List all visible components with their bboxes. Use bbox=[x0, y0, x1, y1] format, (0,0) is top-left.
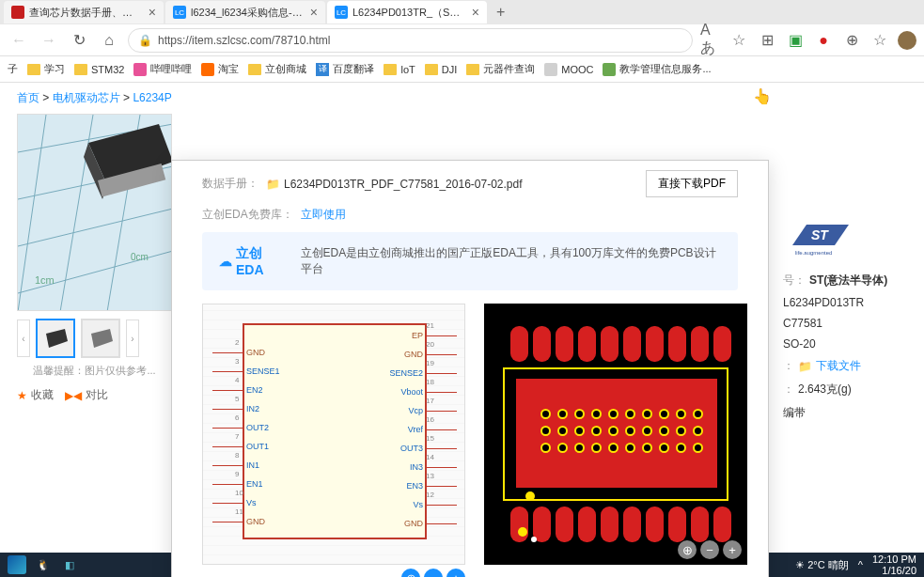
svg-marker-13 bbox=[46, 329, 68, 348]
fit-icon[interactable]: ⊕ bbox=[401, 569, 420, 577]
collections-icon[interactable]: ⊕ bbox=[841, 30, 862, 51]
eda-modal: 数据手册： 📁 L6234PD013TR_PDF_C77581_2016-07-… bbox=[171, 160, 769, 577]
close-icon[interactable]: × bbox=[472, 5, 479, 20]
pin-left-6: 6OUT2 bbox=[212, 423, 273, 432]
st-logo: STlife.augmented bbox=[783, 214, 868, 261]
bookmark-item[interactable]: 译百度翻译 bbox=[316, 62, 374, 76]
pin-left-4: 4EN2 bbox=[212, 385, 267, 395]
breadcrumb-category[interactable]: 电机驱动芯片 bbox=[53, 91, 120, 104]
download-pdf-button[interactable]: 直接下载PDF bbox=[646, 170, 738, 197]
tray-icon[interactable]: ^ bbox=[858, 559, 863, 570]
refresh-button[interactable]: ↻ bbox=[68, 29, 90, 52]
schematic-view[interactable]: 2GND3SENSE14EN25IN26OUT27OUT18IN19EN110V… bbox=[202, 304, 465, 565]
app-icon-2[interactable]: ◧ bbox=[60, 555, 79, 574]
app-icon-1[interactable]: 🐧 bbox=[34, 555, 53, 574]
url-input[interactable]: 🔒 https://item.szlcsc.com/78710.html bbox=[128, 28, 693, 53]
back-button[interactable]: ← bbox=[8, 29, 30, 52]
weather[interactable]: ☀ 2°C 晴朗 bbox=[795, 558, 849, 572]
breadcrumb-home[interactable]: 首页 bbox=[17, 91, 39, 104]
brand-name: ST(意法半导体) bbox=[809, 273, 887, 288]
pin-right-19: SENSE219 bbox=[385, 368, 457, 378]
bookmark-item[interactable]: 教学管理信息服务... bbox=[603, 62, 711, 76]
profile-icon[interactable]: ☆ bbox=[869, 30, 890, 51]
favorite-icon[interactable]: ☆ bbox=[728, 30, 749, 51]
svg-text:0cm: 0cm bbox=[131, 252, 149, 262]
thumb-0[interactable] bbox=[36, 319, 75, 358]
pin-right-14: IN314 bbox=[406, 462, 457, 472]
pin-left-3: 3SENSE1 bbox=[212, 366, 284, 376]
favorite-button[interactable]: ★收藏 bbox=[17, 387, 54, 403]
product-image[interactable]: 1cm 0cm bbox=[17, 114, 172, 311]
thumb-next[interactable]: › bbox=[126, 320, 139, 357]
image-hint: 温馨提醒：图片仅供参考... bbox=[17, 364, 172, 378]
zoom-out-icon[interactable]: − bbox=[424, 569, 443, 577]
clock[interactable]: 12:10 PM1/16/20 bbox=[872, 554, 916, 576]
new-tab-button[interactable]: + bbox=[489, 4, 512, 21]
tape-type: 编带 bbox=[783, 401, 915, 425]
svg-text:1cm: 1cm bbox=[35, 274, 55, 286]
close-icon[interactable]: × bbox=[149, 5, 156, 20]
bookmark-item[interactable]: loT bbox=[384, 64, 415, 75]
edge-icon[interactable] bbox=[8, 555, 26, 574]
eda-description: 立创EDA是由立创商城推出的国产正版EDA工具，具有100万库文件的免费PCB设… bbox=[301, 245, 721, 277]
pin-right-16: Vref16 bbox=[404, 425, 457, 434]
tab-0[interactable]: 查询芯片数据手册、下载封装和... × bbox=[4, 1, 164, 23]
svg-marker-14 bbox=[91, 329, 113, 348]
bookmark-item[interactable]: 淘宝 bbox=[201, 62, 239, 76]
eda-banner: ☁ 立创EDA 立创EDA是由立创商城推出的国产正版EDA工具，具有100万库文… bbox=[202, 232, 738, 290]
zoom-in-icon[interactable]: + bbox=[446, 569, 465, 577]
avatar[interactable] bbox=[898, 31, 916, 50]
weight: 2.643克(g) bbox=[798, 382, 852, 398]
bookmark-item[interactable]: MOOC bbox=[544, 63, 593, 76]
close-icon[interactable]: × bbox=[310, 5, 318, 20]
bookmark-item[interactable]: DJI bbox=[425, 64, 458, 75]
address-bar: ← → ↻ ⌂ 🔒 https://item.szlcsc.com/78710.… bbox=[0, 24, 924, 56]
bookmark-item[interactable]: 元器件查询 bbox=[466, 62, 535, 76]
pin-right-: GND bbox=[400, 519, 457, 528]
download-link[interactable]: 下载文件 bbox=[816, 358, 861, 374]
bookmark-item[interactable]: 哔哩哔哩 bbox=[133, 62, 192, 76]
thumb-prev[interactable]: ‹ bbox=[17, 320, 30, 357]
pin-right-13: EN313 bbox=[402, 481, 457, 491]
tab-2[interactable]: LC L6234PD013TR_（ST(意法半导... × bbox=[327, 1, 487, 23]
breadcrumb-product[interactable]: L6234P bbox=[133, 91, 171, 104]
bookmarks-bar: 子 学习 STM32 哔哩哔哩 淘宝 立创商城 译百度翻译 loT DJI 元器… bbox=[0, 56, 924, 83]
thumb-1[interactable] bbox=[81, 319, 120, 358]
datasheet-link[interactable]: 📁 L6234PD013TR_PDF_C77581_2016-07-02.pdf bbox=[266, 178, 523, 191]
bookmark-item[interactable]: 子 bbox=[8, 62, 18, 76]
svg-text:life.augmented: life.augmented bbox=[795, 250, 832, 256]
eda-logo: ☁ 立创EDA bbox=[219, 245, 288, 277]
pin-right-12: Vs12 bbox=[409, 500, 457, 509]
eda-lib-label: 立创EDA免费库： bbox=[202, 207, 293, 223]
pin-right-20: GND20 bbox=[400, 350, 457, 359]
reader-icon[interactable]: Aあ bbox=[700, 30, 721, 51]
cursor-icon: 👆 bbox=[753, 87, 772, 105]
pcb-view[interactable]: ⊕ − + bbox=[484, 304, 747, 565]
extension-icon-2[interactable]: ▣ bbox=[785, 30, 806, 51]
browser-tabs: 查询芯片数据手册、下载封装和... × LC l6234_l6234采购信息-立… bbox=[0, 0, 924, 24]
svg-text:ST: ST bbox=[811, 227, 829, 242]
home-button[interactable]: ⌂ bbox=[98, 29, 120, 52]
forward-button[interactable]: → bbox=[38, 29, 60, 52]
pin-left-10: 10Vs bbox=[212, 498, 260, 507]
use-now-link[interactable]: 立即使用 bbox=[301, 207, 346, 223]
page-content: 首页 > 电机驱动芯片 > L6234P 1cm 0cm bbox=[0, 83, 924, 553]
url-text: https://item.szlcsc.com/78710.html bbox=[158, 34, 330, 47]
datasheet-label: 数据手册： bbox=[202, 176, 258, 192]
model-number: L6234PD013TR bbox=[783, 292, 915, 313]
pin-right-21: EP21 bbox=[408, 331, 457, 340]
pcb-fit-icon[interactable]: ⊕ bbox=[678, 540, 697, 559]
tab-1[interactable]: LC l6234_l6234采购信息-立创电子... × bbox=[165, 1, 325, 23]
bookmark-item[interactable]: 立创商城 bbox=[248, 62, 306, 76]
pin-right-17: Vcp17 bbox=[404, 406, 457, 415]
bookmark-item[interactable]: 学习 bbox=[27, 62, 65, 76]
extension-icon-1[interactable]: ⊞ bbox=[757, 30, 777, 51]
lock-icon: 🔒 bbox=[138, 34, 152, 47]
pin-left-5: 5IN2 bbox=[212, 404, 263, 413]
pin-right-15: OUT315 bbox=[397, 444, 457, 453]
pcb-zoom-out-icon[interactable]: − bbox=[700, 540, 719, 559]
bookmark-item[interactable]: STM32 bbox=[74, 64, 124, 75]
extension-icon-3[interactable]: ● bbox=[813, 30, 834, 51]
pcb-zoom-in-icon[interactable]: + bbox=[723, 540, 742, 559]
compare-button[interactable]: ▶◀对比 bbox=[65, 387, 108, 403]
